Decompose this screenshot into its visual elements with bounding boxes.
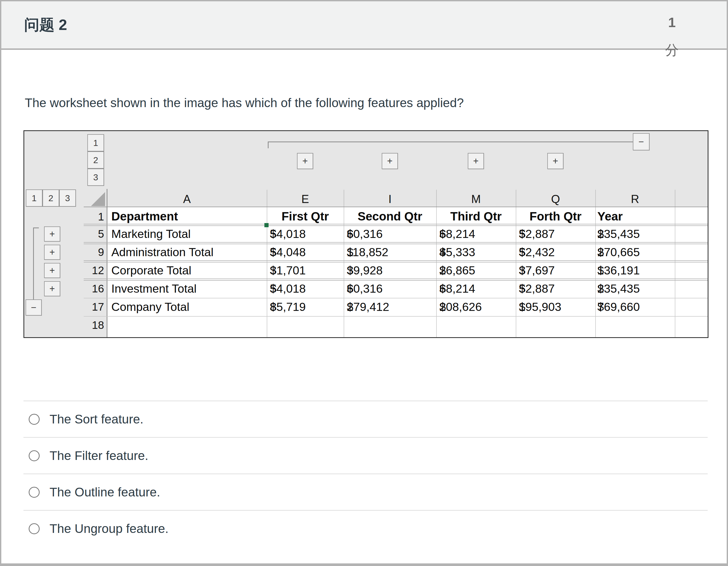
cell-money: $52,887 xyxy=(519,227,592,242)
cell-value: 60,316 xyxy=(347,227,383,242)
points-value: 1 xyxy=(654,9,690,36)
column-expand-button: + xyxy=(468,153,484,169)
cell-value: 54,018 xyxy=(270,227,306,242)
cell-label: Corporate Total xyxy=(111,263,263,278)
row-expand-button: + xyxy=(44,281,60,296)
select-all-triangle xyxy=(91,192,105,206)
option-row[interactable]: The Sort feature. xyxy=(23,400,708,437)
cell-value: 235,435 xyxy=(597,281,640,296)
cell-money: $769,660 xyxy=(597,299,667,314)
option-row[interactable]: The Ungroup feature. xyxy=(23,510,708,546)
cell-money: $68,214 xyxy=(439,281,513,296)
cell-value: 68,214 xyxy=(439,227,475,242)
cell-label: Company Total xyxy=(111,299,263,314)
gridline xyxy=(675,190,675,207)
column-expand-button: + xyxy=(297,153,313,169)
option-label[interactable]: The Sort feature. xyxy=(50,412,143,426)
cell-money: $279,412 xyxy=(347,299,430,314)
points-unit: 分 xyxy=(654,36,690,64)
cell-money: $85,719 xyxy=(270,299,338,314)
cell-label: Investment Total xyxy=(111,281,263,296)
header-border xyxy=(84,207,708,207)
quiz-question-card: 问题 2 1 分 The worksheet shown in the imag… xyxy=(0,0,728,566)
option-row[interactable]: The Filter feature. xyxy=(23,437,708,473)
hidden-rows-separator xyxy=(84,279,708,281)
option-label[interactable]: The Ungroup feature. xyxy=(50,521,168,536)
row-expand-button: + xyxy=(44,227,60,242)
cell-label: Marketing Total xyxy=(111,227,263,242)
answer-options: The Sort feature. The Filter feature. Th… xyxy=(23,400,708,546)
column-header: A xyxy=(107,192,267,207)
row-header-border xyxy=(107,189,107,337)
table-header-cell: Third Qtr xyxy=(436,209,516,224)
cell-money: $54,018 xyxy=(270,281,338,296)
option-row[interactable]: The Outline feature. xyxy=(23,473,708,510)
table-header-cell: Second Qtr xyxy=(344,209,436,224)
column-group-bracket-tick xyxy=(268,142,269,148)
cell-value: 270,665 xyxy=(597,245,640,260)
cell-value: 136,191 xyxy=(597,263,640,278)
cell-value: 235,435 xyxy=(597,227,640,242)
column-outline-level-button: 2 xyxy=(87,151,104,169)
radio-button[interactable] xyxy=(29,523,40,534)
question-text: The worksheet shown in the image has whi… xyxy=(25,96,464,110)
radio-button[interactable] xyxy=(29,414,40,425)
row-group-bracket-tick xyxy=(33,228,39,228)
gridline xyxy=(84,298,708,298)
cell-money: $270,665 xyxy=(597,245,667,260)
row-expand-button: + xyxy=(44,263,60,278)
radio-button[interactable] xyxy=(29,450,40,461)
gridline xyxy=(436,207,437,337)
column-collapse-button: − xyxy=(633,133,650,150)
cell-value: 45,333 xyxy=(439,245,475,260)
cell-money: $26,865 xyxy=(439,263,513,278)
row-number: 18 xyxy=(84,318,104,333)
option-label[interactable]: The Filter feature. xyxy=(50,448,148,463)
column-outline-level-button: 1 xyxy=(87,134,104,151)
table-header-cell: Forth Qtr xyxy=(516,209,595,224)
row-number: 1 xyxy=(84,209,104,224)
cell-value: 769,660 xyxy=(597,299,640,314)
gridline xyxy=(84,316,708,316)
hidden-rows-separator xyxy=(84,242,708,244)
points-badge: 1 分 xyxy=(654,9,690,64)
row-collapse-button: − xyxy=(26,299,42,315)
cell-value: 52,887 xyxy=(519,281,555,296)
cell-value: 52,887 xyxy=(519,227,555,242)
gridline xyxy=(675,207,675,337)
row-outline-level-button: 1 xyxy=(26,190,43,207)
row-number: 5 xyxy=(84,227,104,242)
gridline xyxy=(344,207,344,337)
cell-value: 31,701 xyxy=(270,263,306,278)
cell-value: 52,432 xyxy=(519,245,555,260)
column-expand-button: + xyxy=(547,153,563,169)
worksheet-image: A E I M Q R 1 5 9 12 16 17 18 Department… xyxy=(23,130,708,338)
radio-button[interactable] xyxy=(29,487,40,498)
cell-value: 85,719 xyxy=(270,299,306,314)
cell-value: 208,626 xyxy=(439,299,482,314)
cell-value: 54,018 xyxy=(270,281,306,296)
row-number: 16 xyxy=(84,281,104,296)
gridline xyxy=(516,207,516,337)
column-header: M xyxy=(436,192,516,207)
column-header: Q xyxy=(516,192,595,207)
cell-money: $45,333 xyxy=(439,245,513,260)
table-header-cell: Department xyxy=(111,209,263,224)
cell-money: $235,435 xyxy=(597,281,667,296)
gridline xyxy=(595,207,596,337)
cell-money: $52,887 xyxy=(519,281,592,296)
column-header: E xyxy=(267,192,344,207)
cell-money: $39,928 xyxy=(347,263,430,278)
cell-money: $60,316 xyxy=(347,281,430,296)
cell-value: 26,865 xyxy=(439,263,475,278)
row-number: 17 xyxy=(84,299,104,314)
column-header: I xyxy=(344,192,436,207)
cell-money: $54,048 xyxy=(270,245,338,260)
option-label[interactable]: The Outline feature. xyxy=(50,485,160,499)
cell-money: $195,903 xyxy=(519,299,592,314)
column-group-bracket xyxy=(268,142,633,142)
table-header-cell: Year xyxy=(597,209,667,224)
cell-value: 118,852 xyxy=(347,245,388,260)
row-expand-button: + xyxy=(44,245,60,260)
hidden-rows-separator xyxy=(84,224,708,226)
